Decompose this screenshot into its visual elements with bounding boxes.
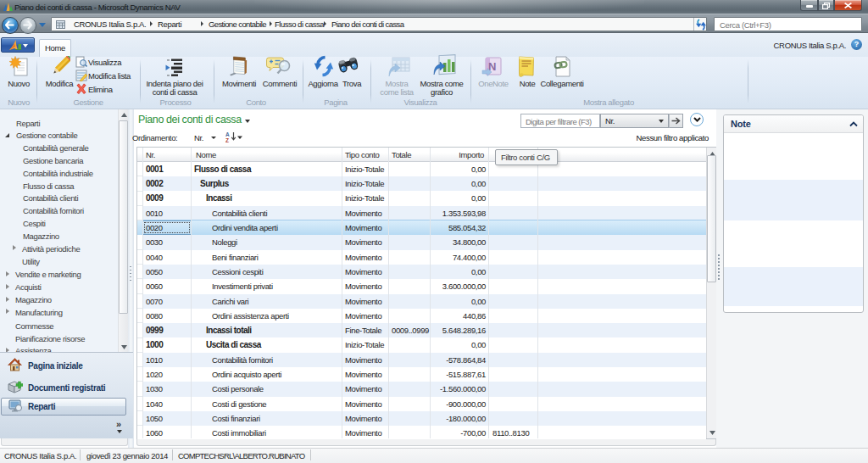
svg-text:Z: Z: [225, 137, 229, 143]
